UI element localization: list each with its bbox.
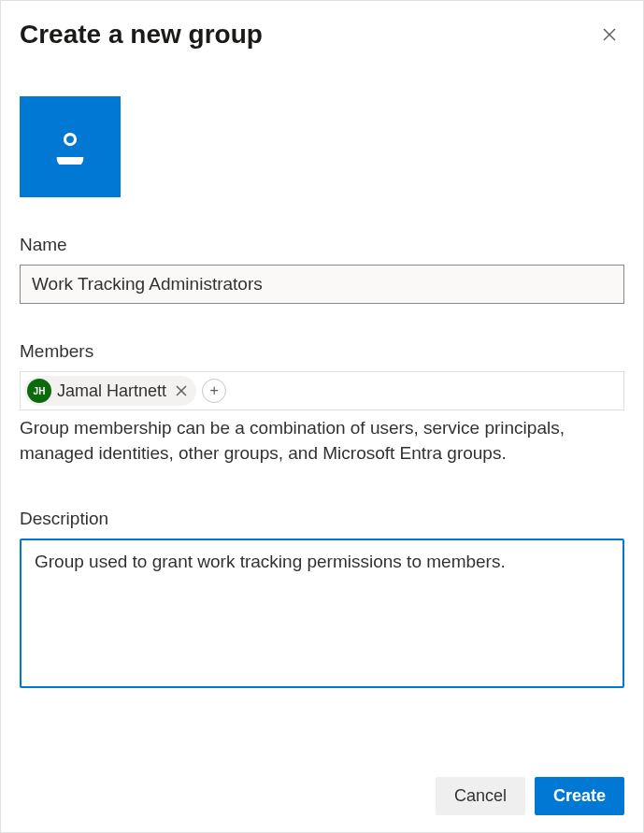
dialog-title: Create a new group bbox=[20, 20, 263, 50]
plus-icon: + bbox=[209, 383, 218, 398]
member-name: Jamal Hartnett bbox=[57, 381, 166, 401]
close-icon bbox=[176, 385, 187, 396]
cancel-button[interactable]: Cancel bbox=[436, 777, 525, 815]
name-label: Name bbox=[20, 235, 624, 255]
svg-point-2 bbox=[64, 135, 75, 145]
members-help-text: Group membership can be a combination of… bbox=[20, 416, 624, 466]
close-button[interactable] bbox=[594, 20, 624, 50]
close-icon bbox=[602, 27, 617, 42]
dialog-header: Create a new group bbox=[20, 20, 624, 50]
description-textarea[interactable] bbox=[20, 539, 624, 688]
member-avatar: JH bbox=[27, 379, 51, 403]
create-button[interactable]: Create bbox=[535, 777, 624, 815]
name-input[interactable] bbox=[20, 265, 624, 304]
members-label: Members bbox=[20, 341, 624, 362]
members-input[interactable]: JH Jamal Hartnett + bbox=[20, 371, 624, 410]
dialog-footer: Cancel Create bbox=[436, 777, 624, 815]
group-avatar-tile[interactable] bbox=[20, 96, 121, 197]
add-member-button[interactable]: + bbox=[202, 379, 226, 403]
person-icon bbox=[52, 129, 88, 165]
description-label: Description bbox=[20, 509, 624, 529]
member-chip: JH Jamal Hartnett bbox=[24, 376, 196, 406]
remove-member-button[interactable] bbox=[172, 381, 191, 400]
